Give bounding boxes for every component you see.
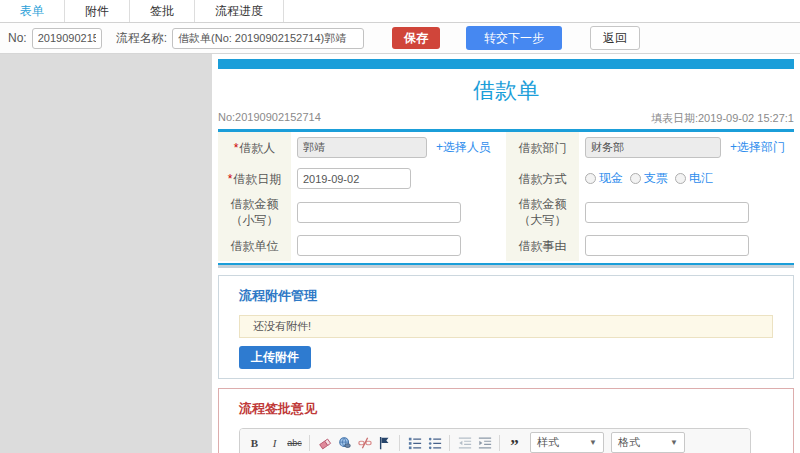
form-row-1: *借款人 +选择人员 借款部门 +选择部门 [218, 132, 794, 163]
tab-form[interactable]: 表单 [0, 0, 65, 22]
borrower-input[interactable] [297, 137, 427, 158]
loan-unit-input[interactable] [297, 235, 461, 256]
form-row-4: 借款单位 借款事由 [218, 230, 794, 261]
no-input[interactable] [32, 28, 102, 49]
select-department-link[interactable]: +选择部门 [730, 139, 785, 156]
amount-upper-input[interactable] [585, 202, 749, 223]
editor-toolbar: B I abc [240, 429, 750, 453]
loan-reason-label: 借款事由 [506, 230, 579, 261]
tab-progress[interactable]: 流程进度 [195, 0, 284, 22]
fill-date: 填表日期:2019-09-02 15:27:1 [651, 111, 794, 126]
form-meta-row: No:20190902152714 填表日期:2019-09-02 15:27:… [218, 111, 794, 126]
italic-icon[interactable]: I [266, 434, 283, 452]
page-background: 借款单 No:20190902152714 填表日期:2019-09-02 15… [0, 54, 800, 453]
form-row-2: *借款日期 借款方式 现金 支票 电汇 [218, 163, 794, 194]
toolbar-separator [449, 435, 450, 451]
numbered-list-icon[interactable] [406, 434, 423, 452]
flow-name-input[interactable] [172, 28, 364, 49]
sign-opinion-heading: 流程签批意见 [239, 400, 773, 418]
toolbar-separator [499, 435, 500, 451]
amount-lower-input[interactable] [297, 202, 461, 223]
radio-cheque[interactable]: 支票 [630, 170, 668, 187]
outdent-icon[interactable] [456, 434, 473, 452]
radio-icon [585, 173, 596, 184]
section-divider-bar [218, 263, 794, 268]
no-attachment-alert: 还没有附件! [239, 315, 773, 338]
chevron-down-icon: ▼ [589, 438, 597, 447]
form-header-bar [218, 59, 794, 69]
radio-cash[interactable]: 现金 [585, 170, 623, 187]
rich-text-editor: B I abc [239, 428, 751, 453]
tab-bar: 表单 附件 签批 流程进度 [0, 0, 800, 23]
department-input[interactable] [585, 137, 721, 158]
radio-icon [630, 173, 641, 184]
strikethrough-icon[interactable]: abc [286, 434, 303, 452]
chevron-down-icon: ▼ [670, 438, 678, 447]
forward-next-step-button[interactable]: 转交下一步 [466, 26, 562, 50]
loan-reason-input[interactable] [585, 235, 749, 256]
save-button[interactable]: 保存 [392, 27, 440, 49]
radio-wire[interactable]: 电汇 [675, 170, 713, 187]
back-button[interactable]: 返回 [590, 26, 640, 50]
required-mark: * [228, 172, 233, 186]
loan-unit-label: 借款单位 [218, 230, 291, 261]
bold-icon[interactable]: B [246, 434, 263, 452]
unlink-icon[interactable] [356, 434, 373, 452]
main-panel: 借款单 No:20190902152714 填表日期:2019-09-02 15… [212, 54, 800, 453]
loan-method-label: 借款方式 [506, 163, 579, 194]
loan-date-label: *借款日期 [218, 163, 291, 194]
indent-icon[interactable] [476, 434, 493, 452]
select-person-link[interactable]: +选择人员 [436, 139, 491, 156]
attachment-panel: 流程附件管理 还没有附件! 上传附件 [218, 275, 794, 379]
action-toolbar: No: 流程名称: 保存 转交下一步 返回 [0, 23, 800, 54]
department-label: 借款部门 [506, 132, 579, 163]
form-title: 借款单 [218, 76, 794, 106]
no-label: No: [8, 31, 27, 45]
loan-form-table: *借款人 +选择人员 借款部门 +选择部门 *借款日期 [218, 129, 794, 261]
tab-attachment[interactable]: 附件 [65, 0, 130, 22]
upload-attachment-button[interactable]: 上传附件 [239, 346, 311, 369]
flag-icon[interactable] [376, 434, 393, 452]
remove-format-icon[interactable] [316, 434, 333, 452]
required-mark: * [234, 141, 239, 155]
radio-icon [675, 173, 686, 184]
sign-opinion-panel: 流程签批意见 B I abc [218, 388, 794, 453]
toolbar-separator [309, 435, 310, 451]
doc-number: No:20190902152714 [218, 111, 321, 126]
form-row-3: 借款金额（小写） 借款金额（大写） [218, 194, 794, 230]
loan-date-input[interactable] [297, 168, 411, 189]
loan-method-options: 现金 支票 电汇 [579, 163, 794, 194]
link-icon[interactable] [336, 434, 353, 452]
amount-lower-label: 借款金额（小写） [218, 194, 291, 230]
blockquote-icon[interactable]: ” [506, 434, 523, 452]
attachment-heading: 流程附件管理 [239, 287, 773, 305]
flow-name-label: 流程名称: [116, 30, 167, 47]
format-dropdown[interactable]: 格式▼ [611, 432, 685, 453]
borrower-label: *借款人 [218, 132, 291, 163]
bulleted-list-icon[interactable] [426, 434, 443, 452]
amount-upper-label: 借款金额（大写） [506, 194, 579, 230]
styles-dropdown[interactable]: 样式▼ [530, 432, 604, 453]
tab-sign[interactable]: 签批 [130, 0, 195, 22]
toolbar-separator [399, 435, 400, 451]
